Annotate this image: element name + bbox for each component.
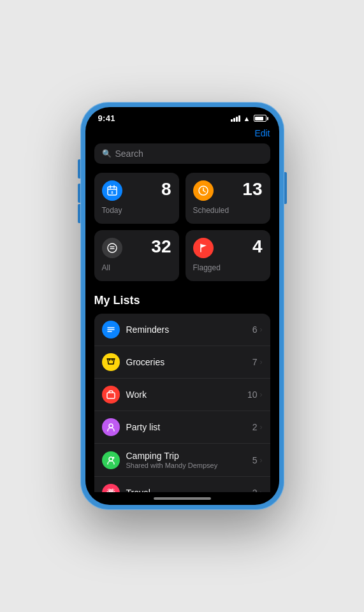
signal-icon: [231, 115, 240, 122]
all-count: 32: [151, 237, 171, 257]
home-indicator: [85, 492, 279, 505]
reminders-count: 6: [252, 324, 258, 335]
travel-right: 2 ›: [252, 488, 263, 492]
search-icon: 🔍: [102, 149, 112, 158]
status-time: 9:41: [98, 113, 115, 123]
flagged-label: Flagged: [193, 263, 263, 272]
phone-screen: 9:41 ▲ Edit 🔍 Sear: [85, 107, 279, 505]
smart-card-today[interactable]: 8 8 Today: [94, 173, 179, 224]
all-icon: [102, 238, 122, 258]
scheduled-icon: [193, 180, 214, 201]
wifi-icon: ▲: [244, 115, 251, 122]
list-item-reminders[interactable]: Reminders 6 ›: [94, 314, 270, 346]
smart-card-all[interactable]: 32 All: [94, 230, 179, 281]
party-chevron: ›: [260, 423, 263, 432]
camping-right: 5 ›: [252, 455, 263, 465]
groceries-count: 7: [252, 357, 258, 367]
list-item-work[interactable]: Work 10 ›: [94, 379, 270, 411]
home-bar: [154, 497, 211, 500]
flagged-icon: [193, 238, 214, 258]
reminders-name: Reminders: [126, 324, 252, 335]
smart-card-flagged[interactable]: 4 Flagged: [186, 230, 270, 281]
battery-icon: [254, 115, 266, 122]
flagged-count: 4: [252, 237, 263, 257]
travel-count: 2: [252, 488, 258, 492]
groceries-text: Groceries: [126, 357, 252, 367]
main-content: Edit 🔍 Search 8: [85, 126, 279, 492]
party-name: Party list: [126, 422, 252, 432]
party-count: 2: [252, 422, 258, 432]
svg-text:8: 8: [111, 191, 113, 194]
svg-point-20: [109, 457, 113, 461]
work-icon: [102, 386, 120, 404]
today-icon: 8: [102, 180, 122, 201]
work-chevron: ›: [260, 390, 263, 399]
status-icons: ▲: [231, 115, 266, 122]
today-label: Today: [102, 206, 171, 215]
camping-text: Camping Trip Shared with Mandy Dempsey: [126, 451, 252, 469]
lists-container: Reminders 6 ›: [94, 314, 270, 492]
groceries-icon: [102, 353, 120, 371]
work-right: 10 ›: [247, 390, 263, 400]
groceries-name: Groceries: [126, 357, 252, 367]
notch: [147, 107, 217, 121]
camping-subtitle: Shared with Mandy Dempsey: [126, 462, 252, 469]
work-name: Work: [126, 390, 247, 400]
today-count: 8: [161, 179, 171, 200]
scheduled-count: 13: [242, 179, 262, 200]
camping-name: Camping Trip: [126, 451, 252, 461]
phone-frame: 9:41 ▲ Edit 🔍 Sear: [80, 102, 284, 510]
header-row: Edit: [94, 126, 270, 143]
reminders-text: Reminders: [126, 324, 252, 335]
groceries-chevron: ›: [260, 358, 263, 367]
list-item-camping[interactable]: Camping Trip Shared with Mandy Dempsey 5…: [94, 444, 270, 477]
all-label: All: [102, 263, 171, 272]
work-count: 10: [247, 390, 258, 400]
svg-point-8: [108, 244, 117, 252]
reminders-chevron: ›: [260, 325, 263, 334]
reminders-icon: [102, 321, 120, 339]
smart-lists-grid: 8 8 Today 13 Scheduled: [94, 173, 270, 281]
scheduled-label: Scheduled: [193, 206, 263, 215]
list-item-groceries[interactable]: Groceries 7 ›: [94, 346, 270, 379]
groceries-right: 7 ›: [252, 357, 263, 367]
search-placeholder: Search: [115, 149, 143, 159]
camping-icon: [102, 451, 120, 469]
travel-text: Travel: [126, 488, 252, 492]
party-text: Party list: [126, 422, 252, 432]
list-item-travel[interactable]: Travel 2 ›: [94, 477, 270, 492]
party-icon: [102, 418, 120, 436]
list-item-party[interactable]: Party list 2 ›: [94, 411, 270, 444]
my-lists-title: My Lists: [94, 294, 270, 307]
party-right: 2 ›: [252, 422, 263, 432]
smart-card-scheduled[interactable]: 13 Scheduled: [186, 173, 270, 224]
svg-point-21: [112, 456, 114, 458]
svg-line-7: [203, 191, 205, 192]
search-bar[interactable]: 🔍 Search: [94, 143, 270, 164]
reminders-right: 6 ›: [252, 324, 263, 335]
work-text: Work: [126, 390, 247, 400]
camping-count: 5: [252, 455, 258, 465]
camping-chevron: ›: [260, 456, 263, 465]
svg-point-19: [109, 424, 113, 428]
travel-icon: [102, 484, 120, 492]
edit-button[interactable]: Edit: [254, 128, 270, 138]
svg-rect-18: [107, 393, 115, 398]
travel-name: Travel: [126, 488, 252, 492]
